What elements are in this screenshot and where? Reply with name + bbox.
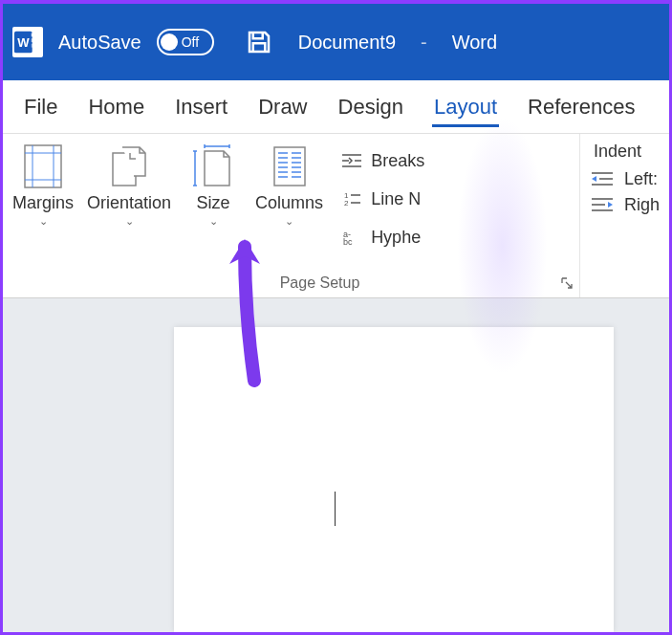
document-area[interactable]: [3, 298, 669, 632]
orientation-icon: [106, 143, 152, 189]
breaks-button[interactable]: Breaks: [335, 145, 430, 176]
word-app-icon: W: [12, 27, 43, 57]
tab-file[interactable]: File: [9, 80, 73, 133]
line-numbers-button[interactable]: 12 Line N: [335, 184, 430, 214]
tab-layout[interactable]: Layout: [419, 80, 512, 133]
hyphenation-icon: a-bc: [340, 226, 363, 249]
margins-button[interactable]: Margins ⌄: [7, 140, 79, 258]
tab-home[interactable]: Home: [73, 80, 160, 133]
chevron-down-icon: ⌄: [285, 215, 293, 228]
tab-draw[interactable]: Draw: [243, 80, 322, 133]
size-icon: [190, 143, 236, 189]
toggle-knob: [161, 33, 178, 51]
indent-left-icon: [590, 170, 615, 189]
svg-rect-2: [32, 33, 40, 37]
svg-text:W: W: [17, 35, 30, 50]
indent-right-row[interactable]: Righ: [590, 195, 660, 215]
svg-text:2: 2: [344, 199, 349, 208]
hyphenation-button[interactable]: a-bc Hyphe: [335, 222, 430, 252]
line-numbers-icon: 12: [340, 187, 363, 210]
chevron-down-icon: ⌄: [39, 215, 48, 228]
tab-design[interactable]: Design: [323, 80, 419, 133]
title-separator: -: [421, 32, 427, 54]
breaks-icon: [340, 149, 363, 172]
tab-insert[interactable]: Insert: [160, 80, 243, 133]
chevron-down-icon: ⌄: [209, 215, 218, 228]
save-button[interactable]: [245, 28, 273, 56]
svg-rect-5: [25, 145, 61, 187]
ribbon-tabs: File Home Insert Draw Design Layout Refe…: [3, 80, 669, 134]
autosave-toggle[interactable]: Off: [157, 29, 214, 55]
columns-icon: [267, 143, 313, 189]
chevron-down-icon: ⌄: [125, 215, 134, 228]
columns-button[interactable]: Columns ⌄: [249, 140, 329, 258]
app-name: Word: [452, 32, 497, 54]
toggle-state: Off: [182, 34, 199, 50]
indent-group: Indent Left: Righ: [580, 134, 669, 297]
svg-rect-3: [32, 38, 40, 42]
size-button[interactable]: Size ⌄: [179, 140, 248, 258]
tab-references[interactable]: References: [512, 80, 651, 133]
margins-icon: [20, 143, 66, 189]
page-setup-launcher[interactable]: [560, 276, 574, 290]
svg-text:bc: bc: [343, 237, 353, 246]
text-cursor: [335, 492, 336, 526]
page-setup-label: Page Setup: [3, 274, 579, 292]
document-page[interactable]: [174, 327, 614, 632]
orientation-button[interactable]: Orientation ⌄: [81, 140, 177, 258]
svg-rect-4: [32, 44, 40, 48]
document-name[interactable]: Document9: [298, 32, 396, 54]
indent-right-icon: [590, 196, 615, 215]
indent-left-row[interactable]: Left:: [590, 169, 660, 189]
title-bar: W AutoSave Off Document9 - Word: [3, 4, 669, 80]
ribbon: Margins ⌄ Orientation ⌄ Size ⌄: [3, 134, 669, 298]
page-setup-group: Margins ⌄ Orientation ⌄ Size ⌄: [3, 134, 580, 297]
indent-title: Indent: [594, 142, 660, 162]
autosave-label: AutoSave: [58, 32, 141, 54]
